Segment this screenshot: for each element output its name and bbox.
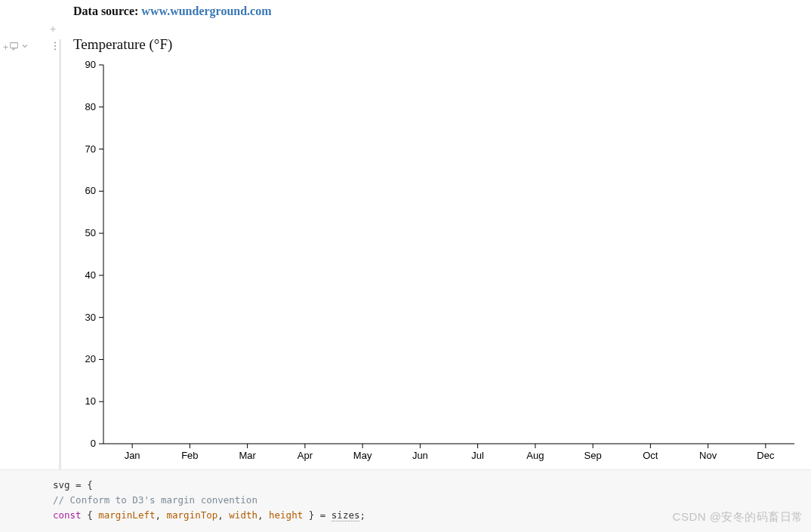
svg-text:May: May <box>353 450 372 461</box>
svg-text:Feb: Feb <box>181 450 198 461</box>
svg-text:Jul: Jul <box>471 450 484 461</box>
code-content[interactable]: svg = { // Conform to D3's margin conven… <box>53 478 365 523</box>
chart-title: Temperature (°F) <box>73 36 802 53</box>
svg-text:40: 40 <box>85 269 96 281</box>
code-token: marginTop <box>167 509 218 521</box>
svg-text:Aug: Aug <box>526 450 544 461</box>
svg-text:80: 80 <box>85 101 96 112</box>
temperature-chart: 0102030405060708090JanFebMarAprMayJunJul… <box>73 59 802 466</box>
code-token: , <box>217 509 229 521</box>
svg-text:Mar: Mar <box>239 450 256 461</box>
svg-point-1 <box>54 42 56 43</box>
cell-toolbar: + <box>3 41 29 54</box>
svg-text:Sep: Sep <box>584 450 602 461</box>
svg-text:Apr: Apr <box>298 450 313 461</box>
svg-rect-0 <box>11 43 18 48</box>
code-keyword: const <box>53 509 82 521</box>
svg-text:Jun: Jun <box>412 450 428 461</box>
svg-text:Jan: Jan <box>125 450 140 461</box>
chevron-down-icon[interactable] <box>20 42 29 53</box>
svg-text:90: 90 <box>85 59 96 70</box>
code-token: = { <box>70 479 93 490</box>
svg-text:50: 50 <box>85 227 96 238</box>
code-token: , <box>257 509 269 521</box>
svg-text:10: 10 <box>85 395 96 407</box>
svg-text:30: 30 <box>85 312 96 323</box>
code-identifier[interactable]: sizes <box>331 509 360 521</box>
svg-text:70: 70 <box>85 143 96 155</box>
code-comment: // Conform to D3's margin convention <box>53 494 257 506</box>
data-source-label: Data source: <box>73 5 138 17</box>
comment-icon[interactable] <box>9 41 20 54</box>
chart-container: Temperature (°F) 0102030405060708090JanF… <box>73 36 802 468</box>
svg-text:Oct: Oct <box>643 450 658 461</box>
code-token: svg <box>53 479 70 490</box>
svg-text:20: 20 <box>85 353 96 364</box>
data-source-link[interactable]: www.wunderground.com <box>141 5 271 17</box>
code-token: , <box>155 509 166 521</box>
notebook-gutter: + {} <box>0 0 45 532</box>
code-token: { <box>82 509 99 521</box>
add-cell-above-icon[interactable]: + <box>50 23 56 35</box>
code-token: height <box>269 509 303 521</box>
code-token: } = <box>303 509 331 521</box>
code-token: width <box>229 509 257 521</box>
code-token: ; <box>359 509 365 521</box>
svg-point-3 <box>54 48 56 50</box>
data-source-line: Data source: www.wunderground.com <box>73 5 272 18</box>
cell-indicator-bar[interactable] <box>59 39 61 470</box>
svg-point-2 <box>54 45 56 47</box>
svg-text:Dec: Dec <box>757 450 775 461</box>
svg-text:60: 60 <box>85 185 96 196</box>
svg-text:Nov: Nov <box>699 450 717 461</box>
watermark: CSDN @安冬的码畜日常 <box>673 510 803 524</box>
cell-menu-icon[interactable] <box>50 41 60 54</box>
svg-text:0: 0 <box>91 438 96 449</box>
add-cell-icon[interactable]: + <box>3 42 8 53</box>
code-token: marginLeft <box>98 509 155 521</box>
